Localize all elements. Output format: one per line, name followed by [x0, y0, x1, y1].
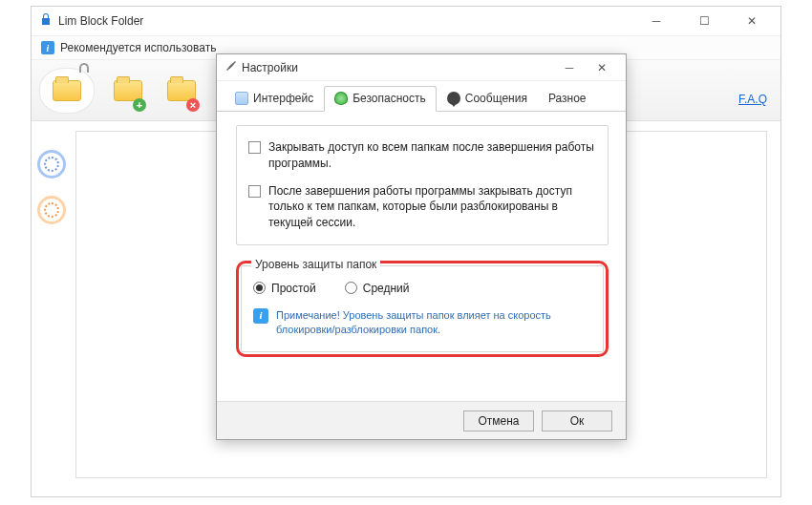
main-window-title: Lim Block Folder	[58, 14, 143, 28]
maximize-button[interactable]: ☐	[691, 11, 717, 32]
add-folder-button[interactable]: +	[100, 68, 156, 114]
close-access-group: Закрывать доступ ко всем папкам после за…	[236, 125, 609, 245]
tab-messages[interactable]: Сообщения	[437, 86, 538, 112]
tab-other-label: Разное	[548, 92, 587, 105]
radio-icon	[253, 282, 266, 294]
settings-tabs: Интерфейс Безопасность Сообщения Разное	[217, 81, 626, 112]
protection-level-highlight: Уровень защиты папок Простой Средний i П…	[236, 261, 609, 357]
folder-unlock-icon	[53, 80, 81, 101]
bubble-icon	[447, 92, 460, 105]
locked-status-icon[interactable]	[37, 150, 66, 179]
cross-badge-icon: ×	[186, 98, 200, 112]
protection-note-text: Примечание! Уровень защиты папок влияет …	[276, 308, 591, 338]
main-titlebar[interactable]: Lim Block Folder ─ ☐ ✕	[32, 7, 780, 35]
tab-security-label: Безопасность	[353, 92, 426, 105]
settings-footer: Отмена Ок	[217, 401, 626, 439]
protection-note: i Примечание! Уровень защиты папок влияе…	[253, 308, 591, 338]
radio-icon	[345, 282, 357, 294]
checkbox-close-session-label: После завершения работы программы закрыв…	[268, 183, 596, 231]
radio-medium-label: Средний	[363, 282, 410, 295]
settings-close-button[interactable]: ✕	[586, 56, 618, 79]
cancel-button[interactable]: Отмена	[463, 410, 534, 431]
open-padlock-icon	[79, 63, 89, 73]
unlock-folder-button[interactable]	[39, 68, 95, 114]
tab-other[interactable]: Разное	[538, 86, 597, 112]
protection-level-group: Уровень защиты папок Простой Средний i П…	[241, 265, 604, 352]
close-button[interactable]: ✕	[738, 11, 765, 32]
checkbox-icon	[248, 185, 261, 198]
window-icon	[235, 92, 248, 105]
faq-link[interactable]: F.A.Q	[738, 93, 767, 106]
settings-dialog: Настройки ─ ✕ Интерфейс Безопасность Соо…	[216, 53, 627, 440]
info-bar-text: Рекомендуется использовать	[60, 41, 216, 54]
tab-security[interactable]: Безопасность	[324, 86, 437, 112]
ok-button[interactable]: Ок	[542, 410, 612, 431]
unlocked-status-icon[interactable]	[37, 196, 66, 224]
tools-icon	[224, 59, 238, 75]
protection-level-legend: Уровень защиты папок	[251, 258, 380, 271]
radio-simple-label: Простой	[271, 282, 316, 295]
tab-messages-label: Сообщения	[465, 92, 527, 105]
radio-medium[interactable]: Средний	[345, 282, 410, 295]
plus-badge-icon: +	[133, 98, 146, 112]
remove-folder-button[interactable]: ×	[154, 68, 209, 114]
minimize-button[interactable]: ─	[643, 11, 670, 32]
checkbox-close-all-label: Закрывать доступ ко всем папкам после за…	[268, 139, 596, 172]
checkbox-close-all[interactable]: Закрывать доступ ко всем папкам после за…	[248, 139, 596, 172]
settings-minimize-button[interactable]: ─	[553, 56, 586, 79]
tab-interface-label: Интерфейс	[253, 92, 313, 105]
settings-titlebar[interactable]: Настройки ─ ✕	[217, 54, 626, 81]
info-icon: i	[253, 308, 268, 324]
settings-title: Настройки	[242, 61, 298, 74]
tab-interface[interactable]: Интерфейс	[224, 86, 324, 112]
checkbox-icon	[248, 141, 261, 154]
radio-simple[interactable]: Простой	[253, 282, 316, 295]
shield-icon	[334, 92, 348, 105]
checkbox-close-session[interactable]: После завершения работы программы закрыв…	[248, 183, 596, 231]
info-icon: i	[41, 41, 54, 54]
lock-icon	[39, 12, 53, 30]
